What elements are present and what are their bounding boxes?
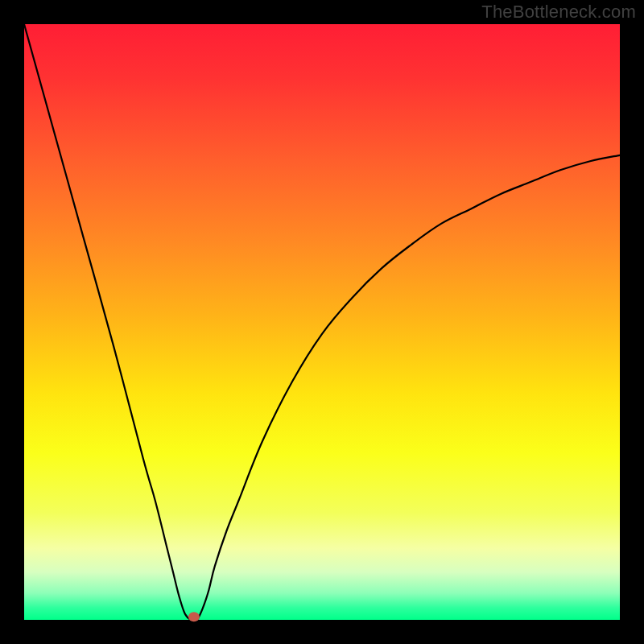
plot-background xyxy=(24,24,620,620)
bottleneck-chart xyxy=(0,0,644,644)
optimal-point-marker xyxy=(188,612,200,621)
chart-canvas: TheBottleneck.com xyxy=(0,0,644,644)
watermark-text: TheBottleneck.com xyxy=(481,2,636,23)
